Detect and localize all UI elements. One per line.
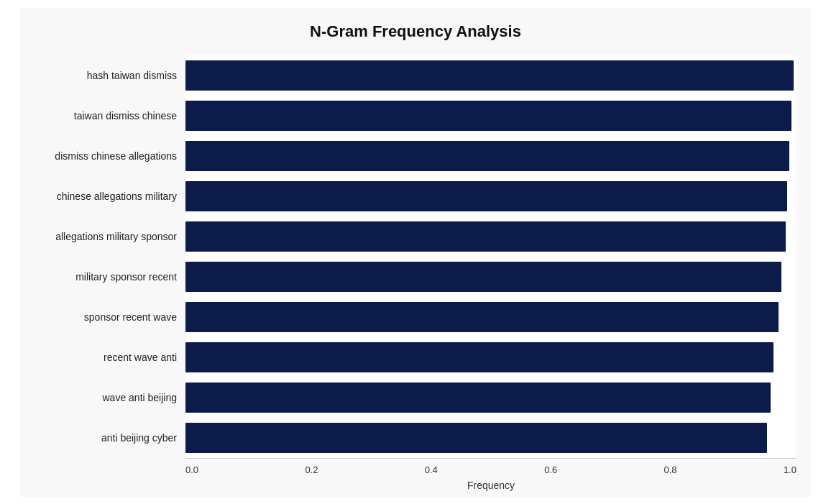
- bar-row: wave anti beijing: [35, 377, 796, 418]
- bar-wrapper: [185, 418, 796, 458]
- bar-wrapper: [185, 377, 796, 418]
- bar-wrapper: [185, 96, 796, 136]
- bar-wrapper: [185, 297, 796, 337]
- bar-label: dismiss chinese allegations: [35, 150, 185, 162]
- bar: [185, 221, 786, 252]
- x-tick: 0.8: [664, 464, 677, 475]
- bar-row: dismiss chinese allegations: [35, 136, 796, 176]
- bar-row: hash taiwan dismiss: [35, 55, 796, 96]
- bar-label: allegations military sponsor: [35, 231, 185, 242]
- bar-row: chinese allegations military: [35, 176, 796, 216]
- bar: [185, 423, 767, 453]
- bar: [185, 302, 779, 332]
- x-tick: 1.0: [784, 464, 796, 475]
- bar-row: recent wave anti: [35, 337, 796, 377]
- chart-container: N-Gram Frequency Analysis hash taiwan di…: [20, 8, 811, 497]
- x-tick: 0.0: [185, 464, 198, 475]
- bar-label: military sponsor recent: [35, 271, 185, 283]
- x-tick: 0.6: [544, 464, 557, 475]
- chart-title: N-Gram Frequency Analysis: [35, 22, 796, 41]
- x-axis: 0.00.20.40.60.81.0: [185, 458, 796, 475]
- bar-label: taiwan dismiss chinese: [35, 110, 185, 122]
- bar-wrapper: [185, 257, 796, 297]
- bar: [185, 181, 787, 211]
- bar-wrapper: [185, 337, 796, 377]
- x-tick: 0.2: [305, 464, 318, 475]
- bar: [185, 141, 789, 171]
- bar: [185, 262, 781, 292]
- bar-label: wave anti beijing: [35, 392, 185, 403]
- bar-row: military sponsor recent: [35, 257, 796, 297]
- x-tick: 0.4: [425, 464, 438, 475]
- bar-wrapper: [185, 176, 796, 216]
- bar-row: taiwan dismiss chinese: [35, 96, 796, 136]
- bar-row: allegations military sponsor: [35, 216, 796, 257]
- bar-row: sponsor recent wave: [35, 297, 796, 337]
- bar: [185, 382, 771, 413]
- bar-wrapper: [185, 216, 796, 257]
- bar-label: chinese allegations military: [35, 191, 185, 202]
- bar-wrapper: [185, 136, 796, 176]
- bar-label: anti beijing cyber: [35, 432, 185, 444]
- bar: [185, 60, 794, 91]
- chart-area: hash taiwan dismisstaiwan dismiss chines…: [35, 55, 796, 458]
- bar: [185, 342, 773, 372]
- bar-label: hash taiwan dismiss: [35, 70, 185, 81]
- bar-label: recent wave anti: [35, 352, 185, 363]
- x-axis-label: Frequency: [185, 480, 796, 491]
- bar-row: anti beijing cyber: [35, 418, 796, 458]
- bar-wrapper: [185, 55, 796, 96]
- bar: [185, 101, 791, 131]
- bar-label: sponsor recent wave: [35, 311, 185, 323]
